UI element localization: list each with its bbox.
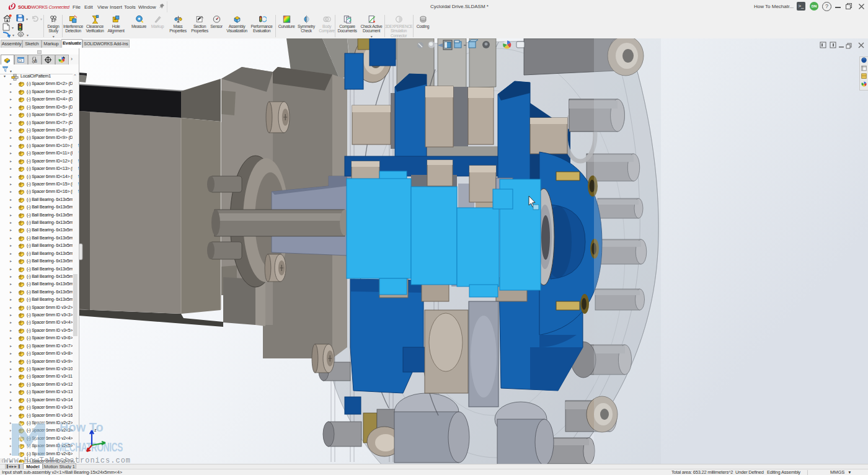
svg-text:z: z — [94, 428, 97, 432]
svg-text:B: B — [35, 59, 37, 63]
